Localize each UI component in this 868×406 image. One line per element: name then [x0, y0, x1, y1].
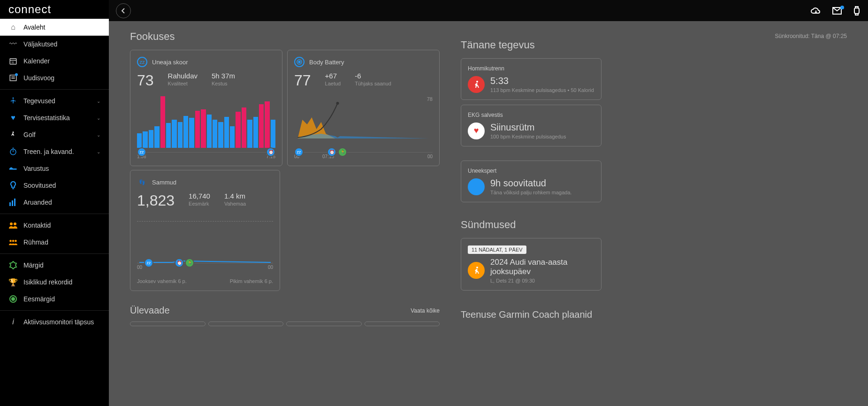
nav-badges[interactable]: Märgid	[0, 257, 109, 274]
current-range: Jooksev vahemik 6 p.	[137, 278, 187, 284]
watch-icon[interactable]	[853, 6, 861, 16]
alarm-icon: ⏰	[266, 147, 275, 157]
steps-card[interactable]: 👣 Sammud 1,823 16,740 Eesmärk 1.4 km	[130, 170, 280, 291]
stat-label: Laetud	[325, 81, 341, 86]
svg-rect-13	[12, 200, 13, 206]
svg-point-19	[15, 240, 17, 242]
svg-point-29	[476, 267, 478, 268]
nav-suggestions[interactable]: Soovitused	[0, 177, 109, 194]
svg-point-26	[336, 102, 339, 105]
nav-gear[interactable]: Varustus	[0, 160, 109, 177]
svg-point-15	[10, 222, 13, 225]
nav-label: Avaleht	[23, 23, 45, 31]
nav-calendar[interactable]: 31 Kalender	[0, 53, 109, 69]
nav-groups[interactable]: Rühmad	[0, 234, 109, 251]
nav-challenges[interactable]: 〰 Väljakutsed	[0, 36, 109, 53]
events-title: Sündmused	[461, 219, 602, 231]
svg-rect-14	[14, 199, 15, 206]
bar-chart-icon	[8, 198, 18, 207]
activity-time: 5:33	[490, 76, 594, 86]
svg-point-25	[298, 61, 300, 63]
sleep-card[interactable]: zz Uneaja skoor 73 Rahuldav Kvaliteet 5h…	[130, 50, 282, 166]
battery-icon	[294, 57, 305, 67]
people-icon	[8, 221, 18, 230]
activity-icon: 🏃	[338, 147, 347, 157]
steps-chart: zz ⏰ 🏃	[137, 216, 273, 263]
nav-reports[interactable]: Aruanded	[0, 194, 109, 211]
event-countdown-badge: 11 NÄDALAT, 1 PÄEV	[468, 245, 526, 254]
inbox-icon[interactable]	[832, 7, 842, 15]
steps-distance: 1.4 km	[224, 192, 246, 200]
focus-title: Fookuses	[130, 31, 440, 43]
steps-count: 1,823	[137, 192, 175, 209]
svg-rect-23	[854, 8, 859, 14]
bulb-icon	[8, 181, 18, 190]
morning-workout-card[interactable]: Hommikutrenn 5:33 113 bpm Keskmine pulsi…	[461, 58, 602, 100]
stat-label: Eesmärk	[189, 201, 210, 207]
sleep-moon-icon: zz	[468, 178, 485, 195]
nav-label: Kalender	[23, 57, 50, 65]
svg-text:31: 31	[11, 61, 14, 64]
overview-heading: Ülevaade	[130, 305, 170, 316]
cloud-sync-icon[interactable]	[810, 7, 822, 15]
nav-label: Kontaktid	[23, 222, 51, 229]
ecg-card[interactable]: EKG salvestis ♥ Siinusrütm 100 bpm Keskm…	[461, 105, 602, 146]
sleep-expert-card[interactable]: Uneekspert zz 9h soovitatud Täna võiksid…	[461, 161, 602, 202]
battery-charged: +67	[325, 72, 341, 80]
back-button[interactable]	[116, 3, 131, 18]
card-title: Body Battery	[309, 59, 344, 66]
nav-label: Rühmad	[23, 238, 48, 246]
nav-health[interactable]: ♥ Tervisestatistika ⌄	[0, 109, 109, 126]
nav-label: Uudisvoog	[23, 74, 54, 82]
overview-tab[interactable]	[286, 322, 362, 326]
nav-goals[interactable]: Eesmärgid	[0, 291, 109, 307]
sync-status: Sünkroonitud: Täna @ 07:25	[775, 33, 847, 39]
overview-tab[interactable]	[208, 322, 284, 326]
shoe-icon	[8, 164, 18, 173]
nav-home[interactable]: ⌂ Avaleht	[0, 19, 109, 36]
notification-dot	[840, 6, 844, 9]
battery-chart	[294, 96, 433, 143]
svg-marker-20	[10, 261, 16, 269]
body-battery-card[interactable]: Body Battery 77 +67 Laetud -6 Tühjaks sa…	[287, 50, 440, 166]
ecg-detail: 100 bpm Keskmine pulsisagedus	[490, 134, 594, 139]
svg-point-16	[14, 222, 16, 225]
stat-label: Kestus	[212, 81, 235, 86]
svg-point-22	[12, 298, 15, 300]
activity-detail: 113 bpm Keskmine pulsisagedus • 50 Kalor…	[490, 87, 594, 93]
nav-activities[interactable]: Tegevused ⌄	[0, 92, 109, 109]
nav-newsfeed[interactable]: Uudisvoog	[0, 69, 109, 86]
chevron-down-icon: ⌄	[97, 132, 100, 138]
event-card[interactable]: 11 NÄDALAT, 1 PÄEV 2024 Audi vana-aasta …	[461, 238, 602, 291]
nav-contacts[interactable]: Kontaktid	[0, 217, 109, 234]
sleep-start-icon: zz	[137, 147, 146, 157]
nav-accuracy[interactable]: i Aktiivsusmonitori täpsus	[0, 314, 109, 330]
logo[interactable]: connect	[0, 0, 109, 19]
overview-tab[interactable]	[365, 322, 440, 326]
alarm-icon: ⏰	[175, 258, 184, 268]
nav-label: Aktiivsusmonitori täpsus	[23, 318, 94, 326]
svg-point-18	[12, 240, 15, 242]
running-icon	[468, 76, 485, 93]
chevron-down-icon: ⌄	[97, 99, 100, 104]
overview-tab[interactable]	[130, 322, 206, 326]
steps-goal: 16,740	[189, 192, 210, 200]
view-all-link[interactable]: Vaata kõike	[411, 307, 440, 314]
activity-icon: 🏃	[185, 258, 194, 268]
nav-label: Eesmärgid	[23, 295, 55, 303]
svg-text:zz: zz	[474, 185, 477, 188]
svg-point-6	[13, 98, 14, 99]
steps-icon: 👣	[137, 177, 147, 187]
nav-records[interactable]: 🏆 Isiklikud rekordid	[0, 274, 109, 291]
stat-label: Kvaliteet	[168, 81, 198, 86]
notification-dot	[15, 73, 18, 76]
target-icon	[8, 294, 18, 304]
activity-label: EKG salvestis	[468, 112, 594, 118]
nav-golf[interactable]: Golf ⌄	[0, 126, 109, 143]
nav-label: Isiklikud rekordid	[23, 278, 72, 286]
svg-point-7	[13, 131, 14, 133]
badge-icon	[8, 260, 18, 270]
nav-training[interactable]: Treen. ja kavand. ⌄	[0, 143, 109, 160]
heart-icon: ♥	[8, 113, 18, 123]
home-icon: ⌂	[8, 23, 18, 32]
